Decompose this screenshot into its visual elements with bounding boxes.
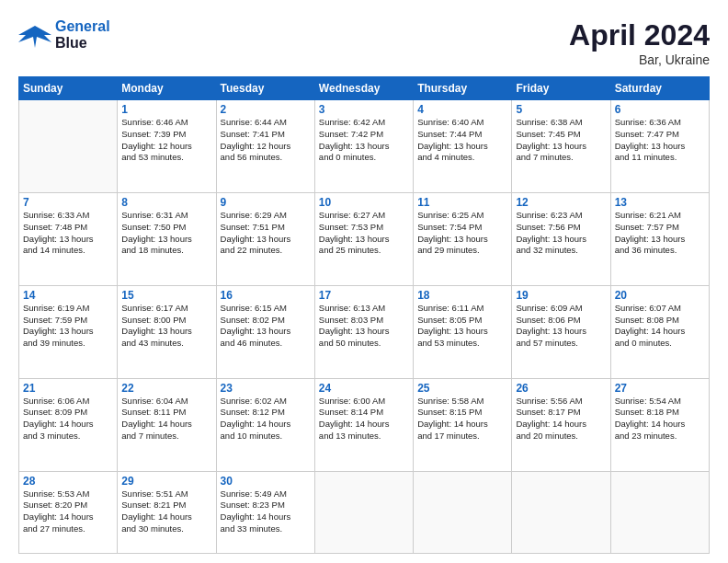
day-number: 16 [221, 289, 311, 302]
calendar-cell: 30Sunrise: 5:49 AMSunset: 8:23 PMDayligh… [216, 471, 314, 553]
day-number: 1 [121, 103, 211, 116]
calendar-week-1: 1Sunrise: 6:46 AMSunset: 7:39 PMDaylight… [19, 100, 710, 193]
calendar-week-5: 28Sunrise: 5:53 AMSunset: 8:20 PMDayligh… [19, 471, 710, 553]
day-info: Sunrise: 5:56 AMSunset: 8:17 PMDaylight:… [516, 396, 606, 442]
logo-text: General Blue [55, 18, 110, 51]
col-tuesday: Tuesday [216, 77, 314, 100]
day-info: Sunrise: 6:15 AMSunset: 8:02 PMDaylight:… [221, 303, 311, 350]
day-info: Sunrise: 6:06 AMSunset: 8:09 PMDaylight:… [23, 396, 113, 442]
day-info: Sunrise: 6:23 AMSunset: 7:56 PMDaylight:… [516, 210, 606, 257]
day-number: 26 [516, 382, 606, 395]
logo-blue: Blue [55, 35, 87, 51]
weekday-header-row: Sunday Monday Tuesday Wednesday Thursday… [19, 77, 710, 100]
day-number: 13 [615, 196, 705, 209]
col-sunday: Sunday [19, 77, 118, 100]
title-block: April 2024 Bar, Ukraine [569, 18, 710, 67]
day-info: Sunrise: 6:09 AMSunset: 8:06 PMDaylight:… [516, 303, 606, 350]
day-info: Sunrise: 5:54 AMSunset: 8:18 PMDaylight:… [615, 396, 705, 442]
day-number: 14 [23, 289, 113, 302]
calendar-cell: 10Sunrise: 6:27 AMSunset: 7:53 PMDayligh… [314, 192, 413, 285]
day-info: Sunrise: 6:46 AMSunset: 7:39 PMDaylight:… [121, 117, 211, 164]
col-thursday: Thursday [414, 77, 512, 100]
day-info: Sunrise: 6:29 AMSunset: 7:51 PMDaylight:… [221, 210, 311, 257]
day-info: Sunrise: 6:38 AMSunset: 7:45 PMDaylight:… [516, 117, 606, 164]
calendar-week-2: 7Sunrise: 6:33 AMSunset: 7:48 PMDaylight… [19, 192, 710, 285]
day-number: 4 [417, 103, 507, 116]
day-info: Sunrise: 6:17 AMSunset: 8:00 PMDaylight:… [121, 303, 211, 350]
day-number: 2 [221, 103, 311, 116]
day-info: Sunrise: 6:27 AMSunset: 7:53 PMDaylight:… [319, 210, 409, 257]
calendar-cell: 21Sunrise: 6:06 AMSunset: 8:09 PMDayligh… [19, 378, 118, 471]
calendar-cell: 22Sunrise: 6:04 AMSunset: 8:11 PMDayligh… [118, 378, 216, 471]
day-number: 15 [121, 289, 211, 302]
day-info: Sunrise: 6:19 AMSunset: 7:59 PMDaylight:… [23, 303, 113, 350]
day-info: Sunrise: 6:25 AMSunset: 7:54 PMDaylight:… [417, 210, 507, 257]
day-number: 7 [23, 196, 113, 209]
day-number: 28 [23, 475, 113, 488]
calendar-cell: 7Sunrise: 6:33 AMSunset: 7:48 PMDaylight… [19, 192, 118, 285]
header: General Blue April 2024 Bar, Ukraine [18, 18, 710, 67]
svg-marker-0 [18, 26, 51, 48]
calendar-cell: 19Sunrise: 6:09 AMSunset: 8:06 PMDayligh… [512, 285, 610, 378]
day-number: 22 [121, 382, 211, 395]
calendar-cell: 28Sunrise: 5:53 AMSunset: 8:20 PMDayligh… [19, 471, 118, 553]
calendar-cell: 23Sunrise: 6:02 AMSunset: 8:12 PMDayligh… [216, 378, 314, 471]
col-friday: Friday [512, 77, 610, 100]
day-info: Sunrise: 6:04 AMSunset: 8:11 PMDaylight:… [121, 396, 211, 442]
calendar-cell: 20Sunrise: 6:07 AMSunset: 8:08 PMDayligh… [610, 285, 709, 378]
day-info: Sunrise: 6:40 AMSunset: 7:44 PMDaylight:… [417, 117, 507, 164]
day-info: Sunrise: 6:11 AMSunset: 8:05 PMDaylight:… [417, 303, 507, 350]
calendar-header: Sunday Monday Tuesday Wednesday Thursday… [19, 77, 710, 100]
logo-general: General [55, 18, 110, 34]
day-number: 12 [516, 196, 606, 209]
day-number: 11 [417, 196, 507, 209]
day-number: 5 [516, 103, 606, 116]
day-number: 6 [615, 103, 705, 116]
calendar-week-3: 14Sunrise: 6:19 AMSunset: 7:59 PMDayligh… [19, 285, 710, 378]
calendar-cell: 14Sunrise: 6:19 AMSunset: 7:59 PMDayligh… [19, 285, 118, 378]
calendar-cell [610, 471, 709, 553]
day-number: 25 [417, 382, 507, 395]
calendar-cell [19, 100, 118, 193]
day-info: Sunrise: 5:53 AMSunset: 8:20 PMDaylight:… [23, 488, 113, 535]
day-info: Sunrise: 6:31 AMSunset: 7:50 PMDaylight:… [121, 210, 211, 257]
day-info: Sunrise: 6:13 AMSunset: 8:03 PMDaylight:… [319, 303, 409, 350]
calendar-cell: 8Sunrise: 6:31 AMSunset: 7:50 PMDaylight… [118, 192, 216, 285]
logo-bird-icon [18, 22, 51, 48]
day-info: Sunrise: 6:33 AMSunset: 7:48 PMDaylight:… [23, 210, 113, 257]
day-info: Sunrise: 5:58 AMSunset: 8:15 PMDaylight:… [417, 396, 507, 442]
day-number: 17 [319, 289, 409, 302]
location-subtitle: Bar, Ukraine [569, 52, 710, 67]
day-number: 20 [615, 289, 705, 302]
calendar-cell: 4Sunrise: 6:40 AMSunset: 7:44 PMDaylight… [414, 100, 512, 193]
calendar-cell [512, 471, 610, 553]
page: General Blue April 2024 Bar, Ukraine Sun… [0, 0, 728, 563]
day-number: 10 [319, 196, 409, 209]
calendar-cell: 24Sunrise: 6:00 AMSunset: 8:14 PMDayligh… [314, 378, 413, 471]
calendar-cell: 12Sunrise: 6:23 AMSunset: 7:56 PMDayligh… [512, 192, 610, 285]
col-monday: Monday [118, 77, 216, 100]
month-title: April 2024 [569, 18, 710, 52]
calendar-cell: 13Sunrise: 6:21 AMSunset: 7:57 PMDayligh… [610, 192, 709, 285]
day-number: 18 [417, 289, 507, 302]
calendar-cell: 3Sunrise: 6:42 AMSunset: 7:42 PMDaylight… [314, 100, 413, 193]
day-info: Sunrise: 6:21 AMSunset: 7:57 PMDaylight:… [615, 210, 705, 257]
day-number: 24 [319, 382, 409, 395]
calendar-cell: 16Sunrise: 6:15 AMSunset: 8:02 PMDayligh… [216, 285, 314, 378]
day-info: Sunrise: 6:00 AMSunset: 8:14 PMDaylight:… [319, 396, 409, 442]
day-number: 21 [23, 382, 113, 395]
day-info: Sunrise: 6:36 AMSunset: 7:47 PMDaylight:… [615, 117, 705, 164]
calendar-cell [414, 471, 512, 553]
calendar-table: Sunday Monday Tuesday Wednesday Thursday… [18, 76, 710, 554]
day-number: 29 [121, 475, 211, 488]
day-number: 3 [319, 103, 409, 116]
calendar-cell: 6Sunrise: 6:36 AMSunset: 7:47 PMDaylight… [610, 100, 709, 193]
calendar-cell: 5Sunrise: 6:38 AMSunset: 7:45 PMDaylight… [512, 100, 610, 193]
day-number: 8 [121, 196, 211, 209]
calendar-cell: 29Sunrise: 5:51 AMSunset: 8:21 PMDayligh… [118, 471, 216, 553]
day-info: Sunrise: 6:42 AMSunset: 7:42 PMDaylight:… [319, 117, 409, 164]
calendar-body: 1Sunrise: 6:46 AMSunset: 7:39 PMDaylight… [19, 100, 710, 554]
day-number: 27 [615, 382, 705, 395]
calendar-cell [314, 471, 413, 553]
day-number: 19 [516, 289, 606, 302]
